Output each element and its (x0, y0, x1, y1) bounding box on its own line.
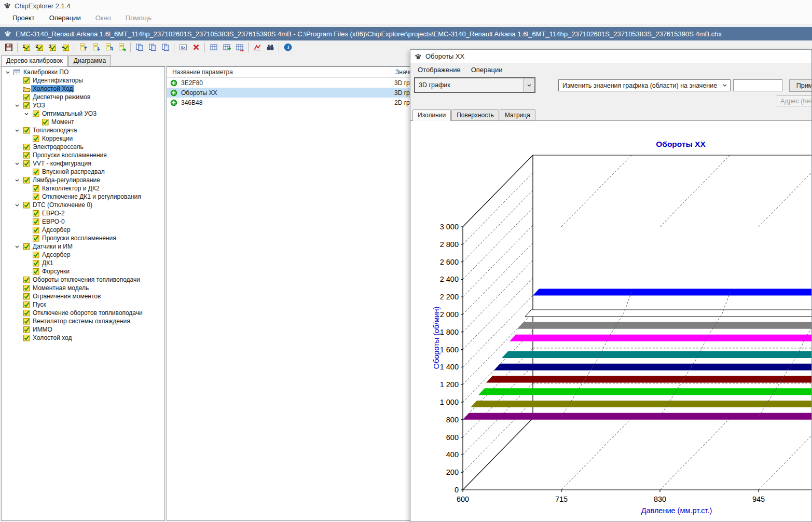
chevron-down-icon[interactable] (13, 178, 21, 183)
tree-item[interactable]: Моментная модель (2, 284, 164, 292)
tree-item[interactable]: Оптимальный УОЗ (2, 109, 164, 118)
tree-item[interactable]: Форсунки (2, 267, 164, 276)
tree-item[interactable]: Впускной распредвал (2, 168, 164, 176)
pw-tab-surface[interactable]: Поверхность (451, 109, 499, 120)
tree-item[interactable]: Пропуски воспламенения (2, 234, 164, 242)
table-add-button[interactable] (220, 41, 233, 53)
tree-item[interactable]: ДК1 (2, 259, 164, 267)
tree-item[interactable]: Пропуски воспламенения (2, 151, 164, 159)
expand-level-3-button[interactable]: 3 (46, 41, 59, 53)
tree-item[interactable]: Идентификаторы (2, 76, 164, 85)
svg-text:1 800: 1 800 (440, 328, 459, 336)
copy-icon (161, 43, 170, 51)
chevron-down-icon[interactable] (13, 161, 21, 166)
list-apply-button[interactable] (115, 41, 128, 53)
red-x-icon (192, 43, 200, 51)
pw-tab-isolines[interactable]: Изолинии (412, 109, 451, 121)
list-move-down-button[interactable] (89, 41, 102, 53)
hex-editor-button[interactable]: 0x (176, 41, 189, 53)
tree-item[interactable]: Момент (2, 118, 164, 126)
save-button[interactable] (2, 41, 15, 53)
menu-item-project[interactable]: Проект (5, 12, 42, 24)
tree-item[interactable]: Электродроссель (2, 143, 164, 151)
tree-item[interactable]: Пуск (2, 300, 164, 309)
delete-button[interactable] (189, 41, 202, 53)
table-add-icon (223, 43, 231, 51)
parameter-window-titlebar[interactable]: Обороты XX (410, 50, 811, 63)
chart-area[interactable]: 02004006008001 0001 2001 4001 6001 8002 … (411, 121, 812, 521)
tab-tree[interactable]: Дерево калибровок (1, 55, 68, 66)
menu-item-operations[interactable]: Операции (42, 12, 88, 24)
tree-item[interactable]: Адсорбер (2, 251, 164, 259)
search-button[interactable] (264, 41, 277, 53)
tree-item[interactable]: VVT - конфигурация (2, 159, 164, 168)
tree-item[interactable]: Датчики и ИМ (2, 242, 164, 251)
tree-item[interactable]: Катколлектор и ДК2 (2, 184, 164, 193)
operation-select[interactable]: Изменить значения графика (области) на з… (558, 79, 731, 91)
calibration-tree-panel: Калибровки ПОИдентификаторыХолостой ХодД… (1, 66, 165, 521)
collapse-tree-button[interactable] (59, 41, 72, 53)
chevron-down-icon[interactable] (13, 103, 21, 108)
chevron-down-icon[interactable] (13, 128, 21, 133)
tab-diagram[interactable]: Диаграмма (68, 55, 111, 66)
address-input (777, 95, 812, 106)
tree-item[interactable]: Диспетчер режимов (2, 93, 164, 101)
tree-item[interactable]: ЕВРО-2 (2, 209, 164, 217)
list-move-up-button[interactable] (76, 41, 89, 53)
apply-button[interactable]: Применить (789, 79, 812, 92)
display-mode-select[interactable]: 3D график (415, 78, 535, 92)
table-export-button[interactable] (233, 41, 246, 53)
value-input[interactable] (733, 79, 782, 91)
tree-item[interactable]: Отключение ДК1 и регулирования (2, 193, 164, 201)
expand-level-2-button[interactable]: 2 (33, 41, 46, 53)
check-2-icon: 2 (35, 43, 44, 51)
tree-item[interactable]: ЕВРО-0 (2, 217, 164, 226)
compare-1-button[interactable] (133, 41, 146, 53)
tree-item[interactable]: Лямбда-регулирование (2, 176, 164, 184)
expand-level-1-button[interactable]: 1 (20, 41, 33, 53)
param-name: Обороты XX (181, 89, 390, 97)
table-view-button[interactable] (207, 41, 220, 53)
tree-item[interactable]: Обороты отключения топливоподачи (2, 276, 164, 284)
list-sync-button[interactable] (102, 41, 115, 53)
binoculars-icon (266, 43, 274, 51)
tree-item[interactable]: УОЗ (2, 101, 164, 109)
chevron-down-icon[interactable] (13, 244, 21, 249)
tree-item[interactable]: ИММО (2, 325, 164, 334)
info-button[interactable]: i (281, 41, 294, 53)
check-icon (21, 77, 31, 84)
tree-item[interactable]: Калибровки ПО (2, 68, 164, 76)
chevron-down-icon[interactable] (4, 70, 12, 75)
document-titlebar[interactable]: EMC-3140_Renault Arkana 1.6l_6MT_114hp_2… (0, 27, 812, 40)
tree-item[interactable]: Ограничения моментов (2, 292, 164, 300)
compare-3-button[interactable] (159, 41, 172, 53)
column-header-name[interactable]: Название параметра (167, 67, 391, 77)
tree-item-label: Ограничения моментов (31, 293, 102, 300)
copy-icon (135, 43, 144, 51)
tree-item[interactable]: Адсорбер (2, 226, 164, 234)
chevron-down-icon[interactable] (22, 112, 31, 116)
check-icon (21, 326, 31, 333)
tree-item[interactable]: DTC (Отключение 0) (2, 201, 164, 209)
compare-2-button[interactable] (146, 41, 159, 53)
chart-view-button[interactable] (251, 41, 264, 53)
pw-tab-matrix[interactable]: Матрица (500, 109, 535, 120)
chevron-down-icon[interactable] (719, 80, 730, 91)
toolbar-separator (248, 43, 249, 52)
tree-item[interactable]: Холостой ход (2, 334, 164, 342)
chevron-down-icon[interactable] (13, 203, 21, 208)
tree-item[interactable]: Топливоподача (2, 126, 164, 134)
tree-item-label: Датчики и ИМ (31, 243, 74, 250)
tree-item-label: Электродроссель (31, 143, 85, 150)
pw-menu-item-operations[interactable]: Операции (466, 64, 508, 76)
menu-item-window[interactable]: Окно (88, 12, 118, 24)
menu-item-help[interactable]: Помощь (118, 12, 159, 24)
app-titlebar[interactable]: ChipExplorer 2.1.4 (0, 0, 812, 11)
tree-item[interactable]: Коррекции (2, 134, 164, 143)
tree-item[interactable]: Отключение оборотов топливоподачи (2, 309, 164, 317)
tree-item[interactable]: Холостой Ход (2, 85, 164, 93)
chevron-down-icon[interactable] (524, 78, 534, 92)
tree-item[interactable]: Вентилятор системы охлаждения (2, 317, 164, 325)
info-icon: i (284, 43, 292, 51)
pw-menu-item-display[interactable]: Отображение (412, 64, 466, 76)
